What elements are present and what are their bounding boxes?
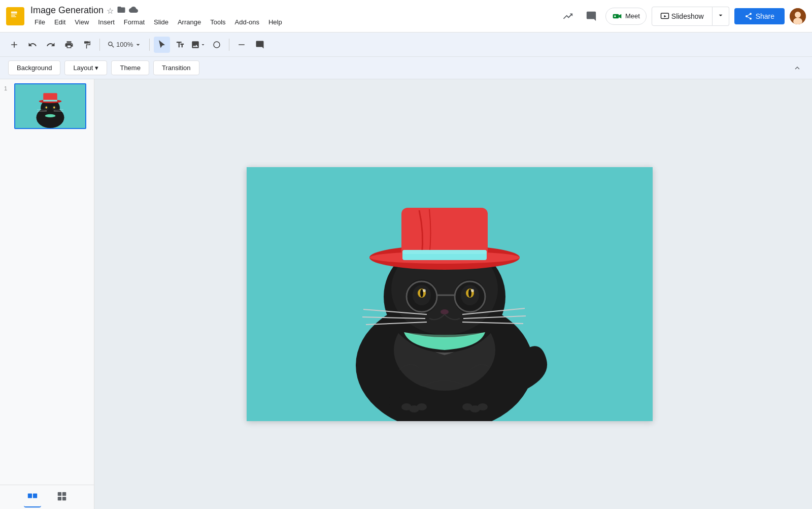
zoom-control[interactable]: 100% <box>104 39 145 51</box>
svg-rect-72 <box>62 496 65 500</box>
slideshow-dropdown[interactable] <box>713 7 729 26</box>
app-logo <box>6 7 24 25</box>
layout-label: Layout <box>73 64 93 72</box>
add-button[interactable] <box>6 37 22 53</box>
title-area: Image Generation ☆ File Edit View Insert… <box>30 5 286 27</box>
menu-edit[interactable]: Edit <box>50 17 70 27</box>
svg-rect-2 <box>11 15 15 16</box>
star-icon[interactable]: ☆ <box>107 6 114 16</box>
menu-format[interactable]: Format <box>120 17 149 27</box>
svg-rect-70 <box>62 492 65 495</box>
undo-button[interactable] <box>24 37 41 53</box>
svg-rect-69 <box>57 492 61 495</box>
top-right: Meet Slideshow Share <box>559 7 806 26</box>
collapse-toolbar[interactable] <box>791 61 804 75</box>
google-meet-button[interactable]: Meet <box>605 8 647 25</box>
menu-help[interactable]: Help <box>264 17 286 27</box>
svg-point-23 <box>53 107 55 109</box>
slide-thumbnail[interactable] <box>14 83 86 129</box>
menu-tools[interactable]: Tools <box>206 17 229 27</box>
share-button[interactable]: Share <box>734 8 785 24</box>
document-title[interactable]: Image Generation <box>30 5 104 16</box>
layout-arrow: ▾ <box>95 64 98 72</box>
trend-icon[interactable] <box>559 7 577 25</box>
share-label: Share <box>756 12 774 20</box>
svg-rect-38 <box>402 250 487 254</box>
menu-file[interactable]: File <box>30 17 49 27</box>
grid-view-button[interactable] <box>53 488 71 507</box>
slide-thumbnail-image <box>15 84 85 128</box>
svg-point-66 <box>478 403 488 410</box>
zoom-level: 100% <box>116 41 133 48</box>
select-tool[interactable] <box>154 37 170 53</box>
line-tool[interactable] <box>233 37 250 53</box>
transition-button[interactable]: Transition <box>153 60 199 75</box>
svg-rect-71 <box>57 496 61 500</box>
redo-button[interactable] <box>43 37 59 53</box>
secondary-toolbar: Background Layout ▾ Theme Transition <box>0 57 812 79</box>
svg-rect-19 <box>43 100 57 102</box>
menu-view[interactable]: View <box>71 17 93 27</box>
svg-point-24 <box>45 114 56 117</box>
comment-icon[interactable] <box>582 7 600 25</box>
menu-insert[interactable]: Insert <box>94 17 119 27</box>
top-bar: Image Generation ☆ File Edit View Insert… <box>0 0 812 33</box>
svg-marker-8 <box>664 15 666 17</box>
filmstrip-view-button[interactable] <box>24 487 41 507</box>
svg-rect-6 <box>614 15 616 17</box>
slide-canvas[interactable] <box>247 167 653 421</box>
slideshow-button[interactable]: Slideshow <box>652 7 713 26</box>
right-panel <box>805 79 812 509</box>
main-toolbar: 100% <box>0 33 812 57</box>
separator-1 <box>99 39 100 51</box>
svg-point-63 <box>417 403 427 410</box>
svg-rect-18 <box>43 93 57 101</box>
svg-point-10 <box>795 12 801 18</box>
print-button[interactable] <box>61 37 77 53</box>
slide-thumbnail-item: 1 <box>4 83 90 129</box>
menu-addons[interactable]: Add-ons <box>231 17 263 27</box>
user-avatar[interactable] <box>790 8 806 24</box>
svg-rect-68 <box>32 493 37 498</box>
svg-point-50 <box>423 289 426 292</box>
bottom-panel <box>0 485 94 509</box>
slideshow-label: Slideshow <box>671 12 704 20</box>
menu-bar: File Edit View Insert Format Slide Arran… <box>30 17 286 27</box>
separator-2 <box>149 39 150 51</box>
svg-point-51 <box>471 289 474 292</box>
menu-arrange[interactable]: Arrange <box>174 17 205 27</box>
shape-tool[interactable] <box>209 37 225 53</box>
svg-rect-0 <box>11 11 17 13</box>
svg-point-22 <box>46 107 47 109</box>
layout-button[interactable]: Layout ▾ <box>64 60 107 75</box>
comment-tool[interactable] <box>252 37 268 53</box>
svg-rect-3 <box>11 16 16 17</box>
svg-point-52 <box>441 309 449 314</box>
svg-rect-13 <box>239 44 245 45</box>
separator-3 <box>229 39 229 51</box>
cloud-icon[interactable] <box>129 5 138 16</box>
image-tool[interactable] <box>190 37 207 53</box>
canvas-area[interactable] <box>94 79 805 509</box>
main-area: 1 <box>0 79 812 509</box>
svg-rect-67 <box>27 493 31 498</box>
svg-marker-5 <box>619 14 621 18</box>
menu-slide[interactable]: Slide <box>150 17 173 27</box>
slide-panel: 1 <box>0 79 94 509</box>
theme-button[interactable]: Theme <box>111 60 149 75</box>
paint-format-button[interactable] <box>79 37 95 53</box>
text-tool[interactable] <box>172 37 188 53</box>
slideshow-button-group: Slideshow <box>652 7 729 26</box>
svg-rect-1 <box>11 13 17 14</box>
cat-illustration <box>247 167 653 421</box>
folder-icon[interactable] <box>117 5 126 16</box>
slide-number: 1 <box>4 83 11 91</box>
background-button[interactable]: Background <box>8 60 60 75</box>
